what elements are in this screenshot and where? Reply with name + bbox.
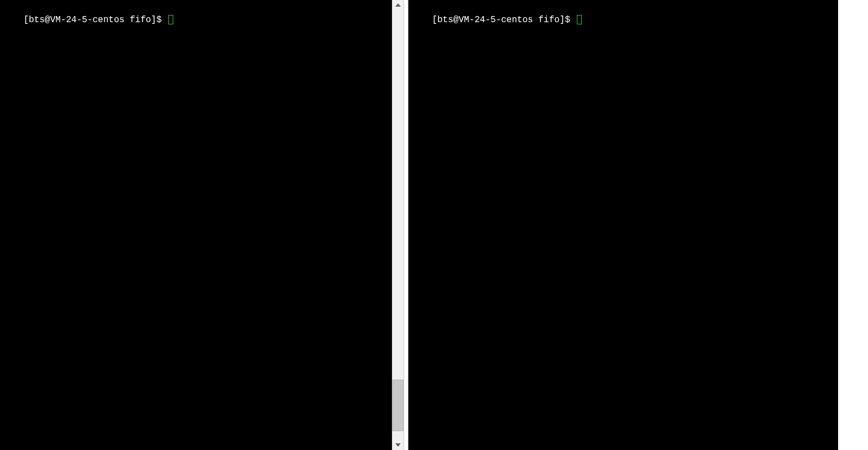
cursor-icon: [168, 15, 173, 24]
pane-divider: [392, 0, 409, 450]
prompt-line-left: [bts@VM-24-5-centos fifo]$: [2, 3, 390, 37]
scroll-up-arrow-icon[interactable]: [392, 0, 404, 10]
scroll-thumb[interactable]: [392, 380, 404, 431]
scroll-track[interactable]: [392, 10, 404, 440]
right-edge-margin: [838, 0, 868, 450]
scrollbar-vertical[interactable]: [392, 0, 404, 450]
cursor-icon: [577, 15, 582, 24]
prompt-line-right: [bts@VM-24-5-centos fifo]$: [411, 3, 836, 37]
split-border[interactable]: [404, 0, 409, 450]
terminal-pane-right[interactable]: [bts@VM-24-5-centos fifo]$: [409, 0, 838, 450]
prompt-text-right: [bts@VM-24-5-centos fifo]$: [432, 15, 575, 25]
scroll-down-arrow-icon[interactable]: [392, 440, 404, 450]
prompt-text-left: [bts@VM-24-5-centos fifo]$: [23, 15, 167, 25]
terminal-pane-left[interactable]: [bts@VM-24-5-centos fifo]$: [0, 0, 392, 450]
